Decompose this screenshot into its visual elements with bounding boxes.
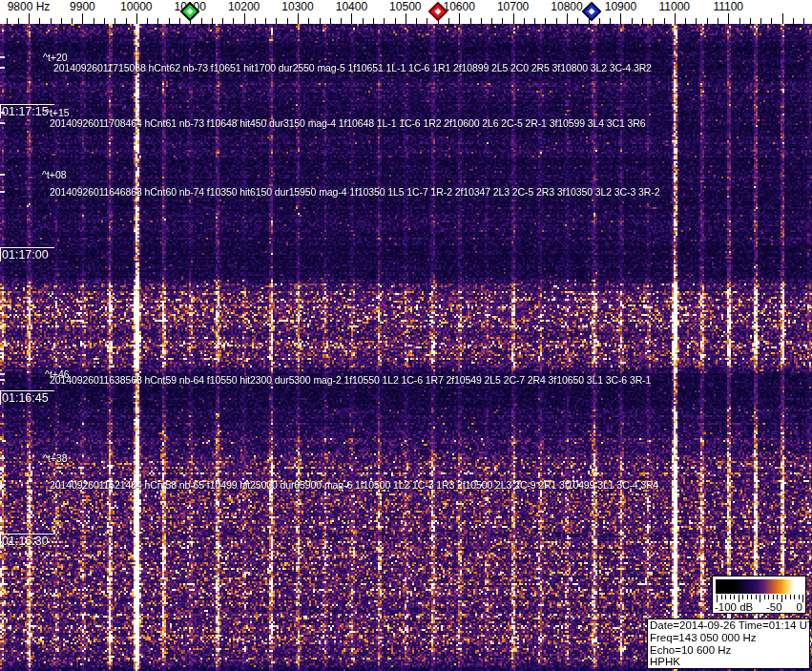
annotation-edge-mark [0, 373, 5, 375]
freq-minor-tick [287, 18, 288, 24]
db-tick [790, 595, 791, 599]
freq-minor-tick [642, 18, 643, 24]
freq-major-tick [620, 13, 621, 24]
freq-axis-label: 10600 [444, 0, 475, 13]
freq-minor-tick [793, 18, 794, 24]
annotation-text: 20140926011715068 hCnt62 nb-73 f10651 hi… [53, 62, 652, 73]
db-tick [730, 595, 731, 599]
freq-minor-tick [363, 18, 364, 24]
freq-minor-tick [502, 18, 503, 24]
freq-minor-tick [212, 18, 213, 24]
freq-minor-tick [330, 18, 331, 24]
freq-minor-tick [739, 18, 740, 24]
freq-minor-tick [750, 18, 751, 24]
db-label-min: -100 dB [715, 601, 753, 613]
red-marker-diamond-icon [428, 2, 448, 21]
annotation-caret: ^t+08 [42, 169, 67, 180]
freq-minor-tick [577, 18, 578, 24]
red-marker[interactable] [428, 2, 448, 25]
annotation-edge-mark [0, 56, 5, 58]
green-marker[interactable] [180, 2, 199, 25]
freq-minor-tick [115, 18, 115, 24]
freq-minor-tick [803, 18, 804, 24]
time-tick-bracket [0, 247, 1, 262]
annotation-edge-mark [0, 112, 5, 114]
freq-major-tick [567, 13, 568, 24]
color-gradient-bar [716, 579, 802, 594]
blue-marker[interactable] [582, 2, 601, 25]
freq-minor-tick [771, 18, 772, 24]
frequency-axis: 9800 Hz990010000101001020010300104001050… [0, 0, 812, 24]
time-tick-bracket [0, 534, 1, 548]
freq-minor-tick [72, 18, 73, 24]
freq-major-tick [82, 13, 83, 24]
freq-minor-tick [696, 18, 697, 24]
freq-minor-tick [664, 18, 665, 24]
freq-minor-tick [7, 18, 8, 24]
annotation-edge-mark [0, 122, 5, 124]
freq-minor-tick [653, 18, 654, 24]
freq-minor-tick [201, 18, 202, 24]
freq-minor-tick [395, 18, 396, 24]
db-tick [768, 595, 769, 599]
freq-minor-tick [556, 18, 557, 24]
time-label: 01:17:00 [2, 248, 49, 262]
freq-minor-tick [416, 18, 417, 24]
freq-minor-tick [481, 18, 482, 24]
db-tick [760, 595, 760, 602]
time-label: 01:16:45 [2, 391, 49, 405]
annotation-edge-mark [0, 174, 5, 176]
db-tick [734, 595, 735, 599]
freq-minor-tick [534, 18, 535, 24]
annotation-text: 20140926011638568 hCnt59 nb-64 f10550 hi… [50, 374, 651, 386]
freq-axis-label: 10200 [228, 0, 260, 13]
freq-axis-label: 11100 [713, 0, 743, 13]
freq-major-tick [351, 13, 352, 24]
freq-major-tick [136, 13, 137, 24]
db-color-scale: -100 dB -50 0 [712, 576, 806, 614]
freq-axis-label: 11000 [659, 0, 690, 13]
db-tick [756, 595, 757, 599]
freq-minor-tick [707, 18, 708, 24]
info-station: HPHK [650, 656, 809, 668]
info-date-time: Date=2014-09-26 Time=01:14 UTC [650, 619, 809, 632]
freq-axis-label: 10500 [389, 0, 421, 13]
time-tick-bracket [0, 390, 1, 405]
freq-major-tick [298, 13, 299, 24]
freq-major-tick [513, 13, 514, 24]
freq-minor-tick [760, 18, 761, 24]
freq-minor-tick [222, 18, 223, 24]
freq-minor-tick [104, 18, 105, 24]
freq-minor-tick [18, 18, 19, 24]
freq-axis-label: 10300 [281, 0, 313, 13]
freq-axis-label: 10800 [551, 0, 582, 13]
db-label-max: 0 [797, 601, 802, 613]
freq-minor-tick [61, 18, 62, 24]
annotation-edge-mark [0, 457, 5, 459]
db-tick [799, 595, 800, 599]
annotation-caret: ^t+38 [43, 452, 68, 464]
db-tick [794, 595, 795, 599]
green-marker-diamond-icon [180, 2, 199, 21]
freq-minor-tick [276, 18, 277, 24]
annotation-edge-mark [0, 67, 5, 69]
freq-minor-tick [308, 18, 309, 24]
freq-axis-label: 10400 [336, 0, 367, 13]
freq-minor-tick [320, 18, 321, 24]
annotation-text: 20140926011708464 hCnt61 nb-73 f10648 hi… [50, 117, 646, 129]
annotation-text: 20140926011646868 hCnt60 nb-74 f10350 hi… [50, 186, 659, 198]
db-tick [773, 595, 774, 599]
freq-minor-tick [147, 18, 148, 24]
freq-minor-tick [718, 18, 718, 24]
freq-major-tick [782, 13, 783, 24]
time-label: 01:17:15 [2, 105, 49, 118]
freq-axis-label: 9800 Hz [8, 0, 51, 13]
db-tick [802, 595, 803, 602]
annotation-edge-mark [0, 191, 5, 193]
freq-axis-label: 10900 [605, 0, 636, 13]
freq-axis-label: 10700 [497, 0, 529, 13]
time-label: 01:16:30 [2, 535, 49, 548]
spectrogram-app-window: 9800 Hz990010000101001020010300104001050… [0, 0, 812, 671]
freq-minor-tick [39, 18, 40, 24]
db-tick [721, 595, 722, 599]
